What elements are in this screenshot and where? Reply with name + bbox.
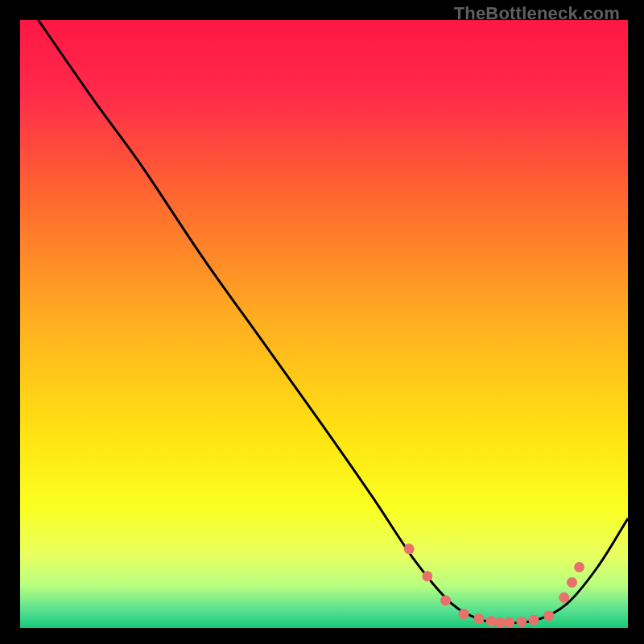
gradient-background [20, 20, 628, 628]
data-marker [486, 616, 497, 626]
data-marker [574, 562, 584, 572]
data-marker [474, 613, 485, 624]
data-marker [495, 617, 506, 628]
data-marker [559, 592, 569, 603]
plot-area [20, 20, 628, 628]
chart-svg [20, 20, 628, 628]
data-marker [404, 543, 415, 554]
data-marker [516, 617, 526, 627]
data-marker [543, 610, 554, 621]
data-marker [440, 596, 451, 606]
data-marker [567, 577, 577, 588]
data-marker [504, 617, 514, 628]
chart-frame: TheBottleneck.com [0, 0, 644, 644]
data-marker [459, 609, 469, 619]
data-marker [528, 615, 539, 625]
data-marker [422, 571, 432, 581]
